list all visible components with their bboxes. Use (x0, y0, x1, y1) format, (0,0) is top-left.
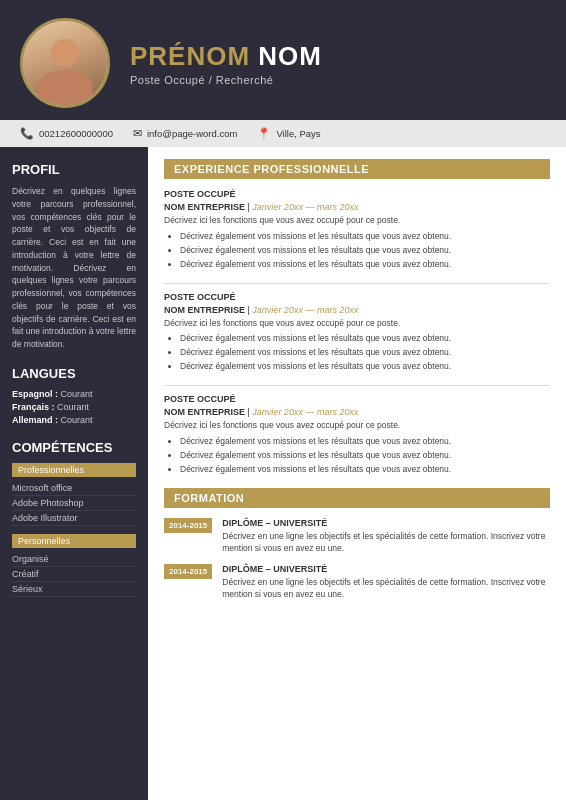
location-contact: 📍 Ville, Pays (257, 127, 320, 140)
phone-text: 00212600000000 (39, 128, 113, 139)
bullet-item: Décrivez également vos missions et les r… (180, 464, 550, 476)
skill-item: Créatif (12, 567, 136, 582)
email-icon: ✉ (133, 127, 142, 140)
divider (164, 385, 550, 386)
header-text: PRÉNOM NOM Poste Occupé / Recherché (130, 41, 546, 86)
location-icon: 📍 (257, 127, 271, 140)
divider (164, 283, 550, 284)
job-company-1: NOM ENTREPRISE | Janvier 20xx — mars 20x… (164, 202, 550, 212)
formation-desc-1: Décrivez en une ligne les objectifs et l… (222, 531, 550, 555)
job-title: Poste Occupé / Recherché (130, 74, 546, 86)
job-desc-3: Décrivez ici les fonctions que vous avez… (164, 420, 550, 432)
main-content: PROFIL Décrivez en quelques lignes votre… (0, 147, 566, 800)
bullet-item: Décrivez également vos missions et les r… (180, 259, 550, 271)
formation-title-1: DIPLÔME – UNIVERSITÉ (222, 518, 550, 528)
skill-item: Organisé (12, 552, 136, 567)
profil-text: Décrivez en quelques lignes votre parcou… (12, 185, 136, 351)
langues-list: Espagnol : Courant Français : Courant Al… (12, 389, 136, 425)
first-name: PRÉNOM (130, 41, 250, 72)
formation-title-2: DIPLÔME – UNIVERSITÉ (222, 564, 550, 574)
competences-title: COMPÉTENCES (12, 440, 136, 455)
job-subtitle-3: POSTE OCCUPÉ (164, 394, 550, 404)
avatar-container (20, 18, 110, 108)
phone-contact: 📞 00212600000000 (20, 127, 113, 140)
perso-skills-list: Organisé Créatif Sérieux (12, 552, 136, 597)
job-desc-2: Décrivez ici les fonctions que vous avez… (164, 318, 550, 330)
formation-block-2: 2014-2015 DIPLÔME – UNIVERSITÉ Décrivez … (164, 564, 550, 601)
job-desc-1: Décrivez ici les fonctions que vous avez… (164, 215, 550, 227)
header: PRÉNOM NOM Poste Occupé / Recherché (0, 0, 566, 120)
lang-item: Espagnol : Courant (12, 389, 136, 399)
perso-skills-label: Personnelles (12, 534, 136, 548)
job-bullets-1: Décrivez également vos missions et les r… (164, 231, 550, 271)
lang-item: Français : Courant (12, 402, 136, 412)
skill-item: Sérieux (12, 582, 136, 597)
bullet-item: Décrivez également vos missions et les r… (180, 450, 550, 462)
formation-year-2: 2014-2015 (164, 564, 212, 579)
contact-bar: 📞 00212600000000 ✉ info@page-word.com 📍 … (0, 120, 566, 147)
job-subtitle-2: POSTE OCCUPÉ (164, 292, 550, 302)
job-company-2: NOM ENTREPRISE | Janvier 20xx — mars 20x… (164, 305, 550, 315)
right-content: EXPERIENCE PROFESSIONNELLE POSTE OCCUPÉ … (148, 147, 566, 800)
bullet-item: Décrivez également vos missions et les r… (180, 245, 550, 257)
pro-skills-list: Microsoft office Adobe Photoshop Adobe I… (12, 481, 136, 526)
formation-text-1: DIPLÔME – UNIVERSITÉ Décrivez en une lig… (222, 518, 550, 555)
job-subtitle-1: POSTE OCCUPÉ (164, 189, 550, 199)
job-bullets-2: Décrivez également vos missions et les r… (164, 333, 550, 373)
profil-title: PROFIL (12, 162, 136, 177)
bullet-item: Décrivez également vos missions et les r… (180, 361, 550, 373)
avatar (20, 18, 110, 108)
formation-desc-2: Décrivez en une ligne les objectifs et l… (222, 577, 550, 601)
langues-title: LANGUES (12, 366, 136, 381)
last-name: NOM (258, 41, 322, 72)
skill-item: Adobe Photoshop (12, 496, 136, 511)
email-contact: ✉ info@page-word.com (133, 127, 237, 140)
formation-section: FORMATION 2014-2015 DIPLÔME – UNIVERSITÉ… (164, 488, 550, 602)
job-block-3: POSTE OCCUPÉ NOM ENTREPRISE | Janvier 20… (164, 394, 550, 476)
bullet-item: Décrivez également vos missions et les r… (180, 436, 550, 448)
phone-icon: 📞 (20, 127, 34, 140)
email-text: info@page-word.com (147, 128, 237, 139)
formation-text-2: DIPLÔME – UNIVERSITÉ Décrivez en une lig… (222, 564, 550, 601)
location-text: Ville, Pays (276, 128, 320, 139)
lang-item: Allemand : Courant (12, 415, 136, 425)
formation-section-header: FORMATION (164, 488, 550, 508)
bullet-item: Décrivez également vos missions et les r… (180, 231, 550, 243)
sidebar: PROFIL Décrivez en quelques lignes votre… (0, 147, 148, 800)
job-bullets-3: Décrivez également vos missions et les r… (164, 436, 550, 476)
avatar-image (23, 21, 107, 105)
pro-skills-label: Professionnelles (12, 463, 136, 477)
job-block-2: POSTE OCCUPÉ NOM ENTREPRISE | Janvier 20… (164, 292, 550, 374)
job-block-1: POSTE OCCUPÉ NOM ENTREPRISE | Janvier 20… (164, 189, 550, 271)
skill-item: Adobe Illustrator (12, 511, 136, 526)
experience-section-header: EXPERIENCE PROFESSIONNELLE (164, 159, 550, 179)
bullet-item: Décrivez également vos missions et les r… (180, 347, 550, 359)
bullet-item: Décrivez également vos missions et les r… (180, 333, 550, 345)
skill-item: Microsoft office (12, 481, 136, 496)
resume-container: PRÉNOM NOM Poste Occupé / Recherché 📞 00… (0, 0, 566, 800)
formation-year-1: 2014-2015 (164, 518, 212, 533)
formation-block-1: 2014-2015 DIPLÔME – UNIVERSITÉ Décrivez … (164, 518, 550, 555)
name-line: PRÉNOM NOM (130, 41, 546, 72)
job-company-3: NOM ENTREPRISE | Janvier 20xx — mars 20x… (164, 407, 550, 417)
